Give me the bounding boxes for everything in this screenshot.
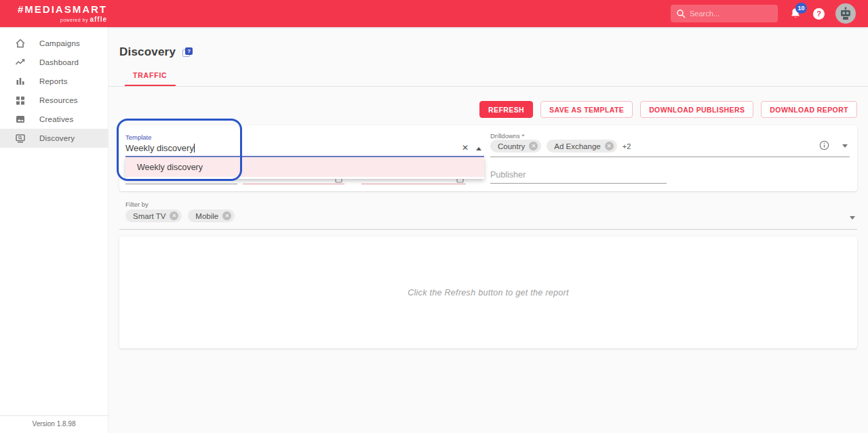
info-icon[interactable] [819, 140, 829, 150]
filter-dropdown-arrow-icon[interactable] [850, 216, 855, 220]
sidebar-item-label: Creatives [39, 115, 73, 123]
publisher-underline [490, 183, 667, 184]
template-input[interactable]: Weekly discovery [125, 143, 195, 153]
filter-by-label: Filter by [125, 201, 149, 208]
drilldowns-dropdown-arrow-icon[interactable] [842, 144, 848, 148]
search-icon [676, 9, 686, 18]
clear-template-icon[interactable]: ✕ [462, 143, 469, 152]
main-content: Discovery ? TRAFFIC REFRESH SAVE AS TEMP… [108, 27, 868, 433]
empty-report-message: Click the Refresh button to get the repo… [408, 288, 569, 297]
template-collapse-arrow-icon[interactable] [476, 147, 481, 150]
template-field-label: Template [125, 133, 152, 141]
sidebar-item-label: Discovery [39, 134, 75, 142]
sidebar-item-label: Campaigns [39, 39, 80, 47]
remove-chip-icon[interactable]: ✕ [222, 211, 231, 220]
avatar[interactable] [835, 3, 856, 24]
notification-badge: 10 [795, 3, 807, 14]
sidebar-item-label: Resources [39, 96, 78, 104]
report-filters-card: Template Weekly discovery ✕ Drilldowns *… [119, 125, 857, 191]
filter-underline [119, 229, 857, 230]
sidebar-item-dashboard[interactable]: Dashboard [0, 53, 108, 72]
top-bar: #MEDIASMART powered by affle 10 ? [0, 0, 868, 27]
tabs-divider [108, 86, 868, 87]
template-option-weekly-discovery[interactable]: Weekly discovery [125, 157, 484, 177]
logo-subtitle: powered by affle [18, 16, 107, 23]
bar-chart-icon [15, 76, 26, 87]
date-preset-underline [125, 184, 237, 184]
remove-chip-icon[interactable]: ✕ [170, 211, 178, 220]
drilldowns-chips: Country ✕ Ad Exchange ✕ +2 [490, 140, 631, 152]
help-button[interactable]: ? [813, 8, 825, 20]
template-dropdown-panel: Weekly discovery [125, 157, 484, 179]
report-area: Click the Refresh button to get the repo… [119, 236, 857, 348]
download-publishers-button[interactable]: DOWNLOAD PUBLISHERS [640, 101, 753, 118]
notifications-button[interactable]: 10 [789, 7, 802, 20]
download-report-button[interactable]: DOWNLOAD REPORT [761, 101, 857, 118]
image-icon [15, 114, 26, 125]
robot-avatar-icon [838, 6, 853, 21]
home-icon [15, 38, 26, 49]
chips-overflow-count: +2 [623, 142, 631, 150]
sidebar-item-label: Reports [39, 77, 68, 85]
logo[interactable]: #MEDIASMART powered by affle [18, 4, 107, 23]
screen-search-icon [15, 133, 26, 144]
affle-brand: affle [90, 16, 107, 23]
refresh-button[interactable]: REFRESH [479, 101, 533, 118]
page-title: Discovery [119, 45, 176, 59]
search-box [671, 5, 778, 22]
logo-title: #MEDIASMART [18, 4, 107, 14]
drilldowns-field-label: Drilldowns * [490, 132, 524, 140]
chip-ad-exchange[interactable]: Ad Exchange ✕ [547, 140, 616, 152]
sidebar-item-discovery[interactable]: Discovery [0, 129, 108, 148]
publisher-input[interactable]: Publisher [490, 170, 526, 180]
chip-country[interactable]: Country ✕ [490, 140, 541, 152]
chip-smart-tv[interactable]: Smart TV ✕ [125, 209, 182, 222]
sidebar-item-resources[interactable]: Resources [0, 91, 108, 110]
end-date-underline [361, 184, 466, 184]
drilldowns-underline [490, 157, 850, 157]
widgets-icon [15, 95, 26, 106]
trend-chart-icon [15, 57, 26, 68]
save-as-template-button[interactable]: SAVE AS TEMPLATE [540, 101, 633, 118]
version-label: Version 1.8.98 [0, 415, 108, 433]
sidebar-item-campaigns[interactable]: Campaigns [0, 34, 108, 53]
chip-mobile[interactable]: Mobile ✕ [188, 209, 235, 222]
sidebar-item-reports[interactable]: Reports [0, 72, 108, 91]
tab-traffic[interactable]: TRAFFIC [125, 71, 176, 86]
sidebar-item-creatives[interactable]: Creatives [0, 110, 108, 129]
start-date-underline [243, 184, 344, 184]
title-help-icon[interactable]: ? [182, 47, 193, 58]
remove-chip-icon[interactable]: ✕ [529, 142, 538, 150]
sidebar-item-label: Dashboard [39, 58, 79, 66]
text-caret [194, 144, 195, 152]
filter-chips: Smart TV ✕ Mobile ✕ [125, 209, 235, 222]
search-input[interactable] [671, 5, 778, 22]
sidebar: Campaigns Dashboard Reports R [0, 27, 108, 433]
remove-chip-icon[interactable]: ✕ [605, 142, 614, 150]
tab-bar: TRAFFIC [125, 68, 868, 86]
actions-row: REFRESH SAVE AS TEMPLATE DOWNLOAD PUBLIS… [108, 101, 857, 118]
filter-by-section: Filter by Smart TV ✕ Mobile ✕ [119, 198, 857, 230]
